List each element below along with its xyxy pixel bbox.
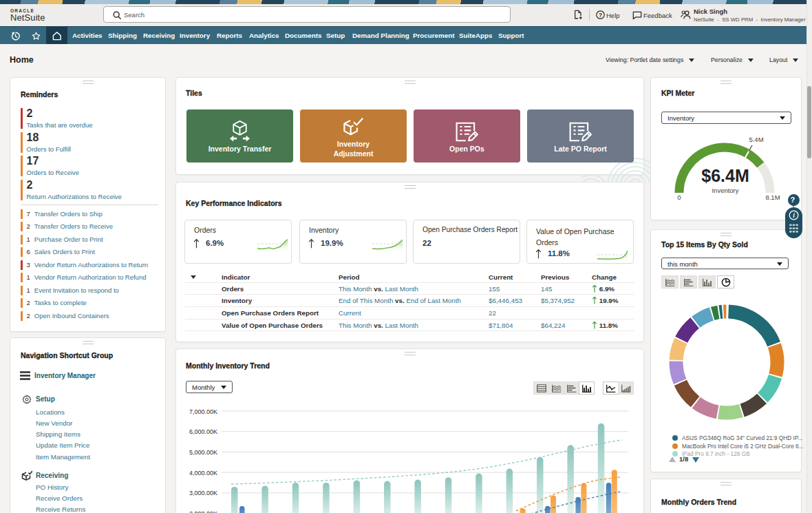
svg-text:Inventory: Inventory: [712, 187, 738, 194]
svg-text:5,000.00K: 5,000.00K: [189, 449, 217, 456]
svg-text:i: i: [793, 212, 795, 219]
svg-text:7,000.00K: 7,000.00K: [189, 408, 217, 415]
svg-text:5.4M: 5.4M: [749, 136, 763, 143]
svg-text:0: 0: [677, 193, 681, 201]
svg-text:2,000.00K: 2,000.00K: [189, 510, 217, 513]
svg-text:8.1M: 8.1M: [765, 193, 780, 201]
svg-text:4,000.00K: 4,000.00K: [189, 470, 217, 477]
svg-text:3,000.00K: 3,000.00K: [189, 490, 217, 496]
svg-text:$6.4M: $6.4M: [701, 166, 749, 185]
svg-text:?: ?: [599, 12, 602, 19]
svg-text:6,000.00K: 6,000.00K: [189, 428, 217, 435]
